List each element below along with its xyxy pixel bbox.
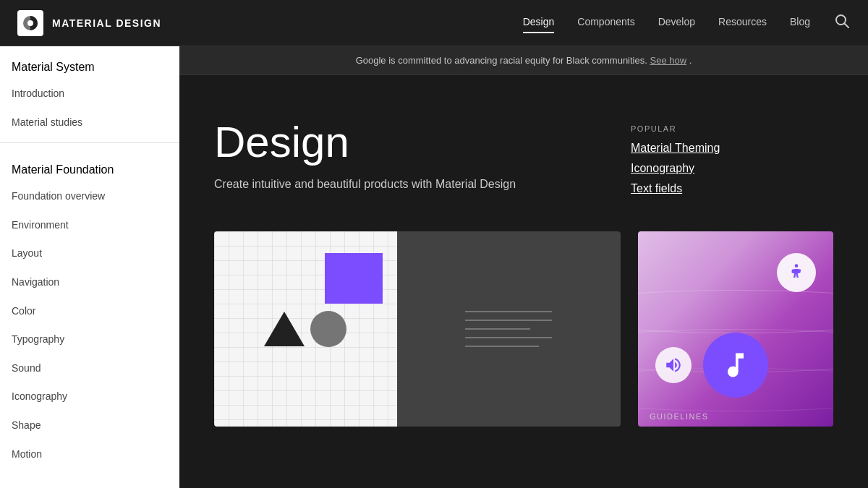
sidebar-item-foundation-overview[interactable]: Foundation overview bbox=[0, 182, 179, 211]
accessibility-icon-circle bbox=[777, 253, 816, 292]
announcement-link[interactable]: See how bbox=[650, 55, 686, 66]
line-3 bbox=[465, 328, 530, 330]
sidebar-item-iconography[interactable]: Iconography bbox=[0, 382, 179, 411]
purple-rectangle bbox=[325, 253, 383, 304]
sidebar-item-shape[interactable]: Shape bbox=[0, 411, 179, 440]
sidebar-item-environment[interactable]: Environment bbox=[0, 211, 179, 240]
nav-link-design[interactable]: Design bbox=[523, 16, 555, 30]
card-dark-panel bbox=[397, 231, 621, 427]
cards-section: GUIDELINES bbox=[179, 231, 868, 455]
sidebar-section-material-system: Material System bbox=[0, 46, 179, 80]
popular-label: POPULAR bbox=[631, 124, 833, 133]
nav-link-develop[interactable]: Develop bbox=[658, 16, 695, 30]
svg-point-1 bbox=[27, 20, 33, 26]
popular-link-text-fields[interactable]: Text fields bbox=[631, 182, 833, 195]
announcement-bar: Google is committed to advancing racial … bbox=[179, 46, 868, 75]
nav-link-components[interactable]: Components bbox=[577, 16, 634, 30]
line-5 bbox=[465, 346, 539, 347]
volume-icon-circle bbox=[655, 347, 692, 383]
sidebar-item-layout[interactable]: Layout bbox=[0, 239, 179, 268]
design-card-left[interactable] bbox=[214, 231, 621, 427]
hero-section: Design Create intuitive and beautiful pr… bbox=[179, 75, 868, 231]
nav-link-blog[interactable]: Blog bbox=[790, 16, 810, 30]
line-4 bbox=[465, 337, 552, 338]
svg-line-3 bbox=[845, 24, 849, 28]
nav-logo[interactable]: MATERIAL DESIGN bbox=[17, 10, 161, 36]
design-card-right[interactable]: GUIDELINES bbox=[638, 231, 833, 427]
search-button[interactable] bbox=[833, 12, 851, 33]
announcement-suffix: . bbox=[689, 55, 692, 66]
card-white-panel bbox=[214, 231, 397, 427]
sidebar-item-color[interactable]: Color bbox=[0, 297, 179, 326]
announcement-text: Google is committed to advancing racial … bbox=[356, 55, 647, 66]
triangle-shape bbox=[264, 312, 305, 346]
hero-subtitle: Create intuitive and beautiful products … bbox=[214, 178, 631, 191]
line-2 bbox=[465, 320, 552, 321]
guidelines-label: GUIDELINES bbox=[650, 412, 709, 421]
hero-title: Design bbox=[214, 119, 631, 166]
sidebar-item-navigation[interactable]: Navigation bbox=[0, 268, 179, 297]
svg-point-4 bbox=[795, 264, 799, 267]
sidebar-item-material-studies[interactable]: Material studies bbox=[0, 108, 179, 137]
logo-text: MATERIAL DESIGN bbox=[52, 17, 161, 29]
material-design-logo-icon bbox=[17, 10, 43, 36]
main-content: Google is committed to advancing racial … bbox=[179, 46, 868, 488]
sidebar-item-sound[interactable]: Sound bbox=[0, 354, 179, 383]
popular-link-material-theming[interactable]: Material Theming bbox=[631, 142, 833, 155]
popular-link-iconography[interactable]: Iconography bbox=[631, 162, 833, 175]
sidebar-item-introduction[interactable]: Introduction bbox=[0, 80, 179, 108]
shapes-container bbox=[264, 311, 346, 347]
sidebar-divider bbox=[0, 142, 179, 143]
main-layout: Material System Introduction Material st… bbox=[0, 46, 868, 488]
popular-links-section: POPULAR Material Theming Iconography Tex… bbox=[631, 119, 833, 202]
nav-links: Design Components Develop Resources Blog bbox=[523, 16, 810, 30]
hero-content-left: Design Create intuitive and beautiful pr… bbox=[214, 119, 631, 202]
line-1 bbox=[465, 311, 552, 312]
sidebar-section-material-foundation: Material Foundation bbox=[0, 149, 179, 182]
sidebar-item-typography[interactable]: Typography bbox=[0, 325, 179, 354]
sidebar-item-motion[interactable]: Motion bbox=[0, 440, 179, 469]
music-note-circle bbox=[703, 333, 768, 398]
nav-link-resources[interactable]: Resources bbox=[718, 16, 767, 30]
sidebar: Material System Introduction Material st… bbox=[0, 46, 179, 488]
horizontal-lines bbox=[465, 311, 552, 347]
circle-shape bbox=[310, 311, 346, 347]
top-navigation: MATERIAL DESIGN Design Components Develo… bbox=[0, 0, 868, 46]
